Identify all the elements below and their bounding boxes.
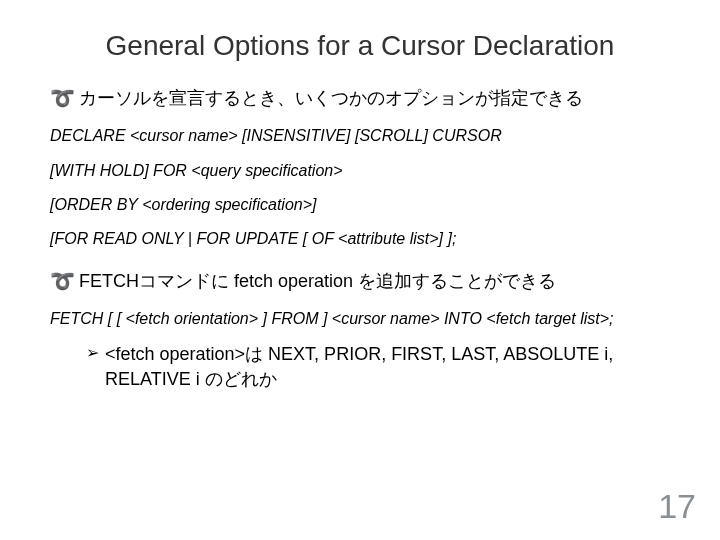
bullet-1: ➰ カーソルを宣言するとき、いくつかのオプションが指定できる [50, 86, 670, 111]
bullet-icon: ➰ [50, 86, 75, 110]
slide: General Options for a Cursor Declaration… [0, 0, 720, 540]
code-line-1: DECLARE <cursor name> [INSENSITIVE] [SCR… [50, 125, 670, 147]
triangle-icon: ➢ [86, 342, 99, 364]
code-line-4: [FOR READ ONLY | FOR UPDATE [ OF <attrib… [50, 228, 670, 250]
page-number: 17 [658, 487, 696, 526]
sub-bullet-1-text: <fetch operation>は NEXT, PRIOR, FIRST, L… [105, 342, 670, 391]
bullet-2: ➰ FETCHコマンドに fetch operation を追加することができる [50, 269, 670, 294]
bullet-1-text: カーソルを宣言するとき、いくつかのオプションが指定できる [79, 86, 583, 111]
code-line-2: [WITH HOLD] FOR <query specification> [50, 160, 670, 182]
code-line-3: [ORDER BY <ordering specification>] [50, 194, 670, 216]
bullet-icon: ➰ [50, 269, 75, 293]
code-line-5: FETCH [ [ <fetch orientation> ] FROM ] <… [50, 308, 670, 330]
sub-bullet-1: ➢ <fetch operation>は NEXT, PRIOR, FIRST,… [86, 342, 670, 391]
slide-title: General Options for a Cursor Declaration [50, 30, 670, 62]
bullet-2-text: FETCHコマンドに fetch operation を追加することができる [79, 269, 556, 294]
